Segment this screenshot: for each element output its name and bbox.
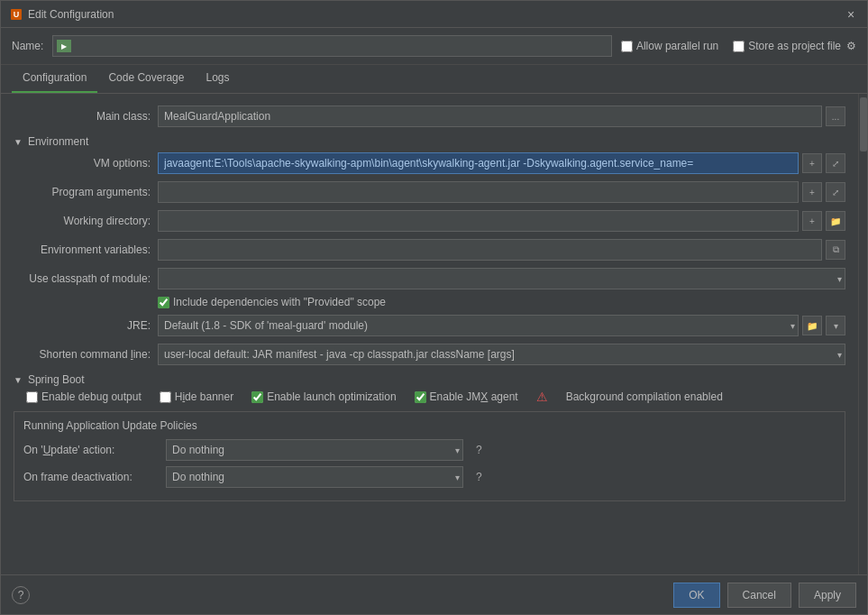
include-deps-checkbox[interactable]	[158, 297, 169, 308]
classpath-row: Use classpath of module: ▾	[14, 267, 845, 290]
tabs-bar: Configuration Code Coverage Logs	[1, 65, 867, 94]
hide-banner-checkbox[interactable]	[160, 391, 171, 403]
program-args-input[interactable]	[158, 181, 799, 203]
classpath-select[interactable]	[158, 268, 845, 289]
config-type-icon: ▶	[57, 40, 71, 52]
working-dir-row: Working directory: + 📁	[14, 209, 845, 233]
on-frame-select[interactable]: Do nothing Update classes and resources …	[166, 466, 463, 488]
enable-launch-opt-label[interactable]: Enable launch optimization	[251, 390, 396, 403]
on-frame-select-wrap: Do nothing Update classes and resources …	[166, 466, 463, 488]
ok-button[interactable]: OK	[673, 583, 719, 608]
enable-debug-output-label[interactable]: Enable debug output	[26, 390, 142, 403]
enable-jmx-label[interactable]: Enable JMX agent	[415, 390, 518, 403]
svg-text:▶: ▶	[61, 42, 68, 50]
spring-boot-header: ▼ Spring Boot	[14, 373, 845, 386]
environment-collapse-icon[interactable]: ▼	[14, 137, 23, 147]
classpath-control: ▾	[158, 268, 845, 289]
app-icon: U	[10, 8, 23, 21]
content-area: Main class: MealGuardApplication ... ▼ E…	[1, 94, 858, 574]
on-update-select[interactable]: Do nothing Update classes and resources …	[166, 439, 463, 461]
vm-options-control: javaagent:E:\Tools\apache-skywalking-apm…	[158, 152, 845, 174]
bottom-bar: ? OK Cancel Apply	[1, 574, 867, 614]
include-deps-row: Include dependencies with "Provided" sco…	[158, 296, 845, 308]
hide-banner-label[interactable]: Hide banner	[160, 390, 233, 403]
classpath-label: Use classpath of module:	[14, 272, 158, 285]
classpath-select-wrap: ▾	[158, 268, 845, 289]
shorten-cmd-select-wrap: user-local default: JAR manifest - java …	[158, 344, 845, 365]
scrollbar[interactable]	[858, 94, 867, 574]
env-vars-copy-btn[interactable]: ⧉	[826, 240, 845, 260]
jre-label: JRE:	[14, 319, 158, 332]
title-text: Edit Configuration	[28, 8, 114, 21]
allow-parallel-run-label[interactable]: Allow parallel run	[621, 40, 718, 52]
tab-configuration[interactable]: Configuration	[12, 64, 97, 93]
on-frame-help-icon[interactable]: ?	[476, 471, 482, 483]
program-args-expand-btn[interactable]: ⤢	[826, 182, 845, 202]
enable-debug-output-checkbox[interactable]	[26, 391, 38, 403]
shorten-cmd-select[interactable]: user-local default: JAR manifest - java …	[158, 344, 845, 365]
tab-code-coverage[interactable]: Code Coverage	[97, 64, 195, 93]
main-class-input[interactable]: MealGuardApplication	[158, 106, 822, 127]
vm-options-row: VM options: javaagent:E:\Tools\apache-sk…	[14, 151, 845, 175]
apply-button[interactable]: Apply	[799, 583, 856, 608]
svg-text:U: U	[14, 10, 20, 19]
program-args-label: Program arguments:	[14, 186, 158, 198]
jre-select-wrap: Default (1.8 - SDK of 'meal-guard' modul…	[158, 315, 799, 336]
on-frame-row: On frame deactivation: Do nothing Update…	[23, 466, 836, 488]
working-dir-label: Working directory:	[14, 215, 158, 227]
main-area: Main class: MealGuardApplication ... ▼ E…	[1, 94, 867, 574]
title-bar-left: U Edit Configuration	[10, 8, 114, 21]
dialog-window: U Edit Configuration × Name: ▶ Applicati…	[0, 0, 868, 615]
vm-options-input[interactable]: javaagent:E:\Tools\apache-skywalking-apm…	[158, 152, 799, 174]
main-class-label: Main class:	[14, 110, 158, 123]
vm-options-expand-btn[interactable]: ⤢	[826, 153, 845, 173]
working-dir-folder-btn[interactable]: 📁	[826, 211, 845, 231]
bottom-buttons: OK Cancel Apply	[673, 583, 856, 608]
cancel-button[interactable]: Cancel	[727, 583, 791, 608]
env-vars-input[interactable]	[158, 239, 822, 261]
help-button[interactable]: ?	[12, 586, 30, 604]
allow-parallel-run-checkbox[interactable]	[621, 41, 633, 52]
shorten-cmd-row: Shorten command line: user-local default…	[14, 343, 845, 366]
store-gear-icon: ⚙	[846, 40, 856, 52]
jre-dropdown-btn[interactable]: ▾	[826, 316, 845, 335]
warning-icon: ⚠	[536, 390, 548, 404]
working-dir-input[interactable]	[158, 210, 799, 232]
enable-jmx-checkbox[interactable]	[415, 391, 426, 403]
spring-boot-collapse-icon[interactable]: ▼	[14, 375, 23, 385]
vm-options-add-btn[interactable]: +	[802, 153, 822, 173]
spring-boot-section: ▼ Spring Boot Enable debug output Hide b…	[14, 373, 845, 501]
working-dir-add-btn[interactable]: +	[802, 211, 822, 231]
store-project-file-label[interactable]: Store as project file ⚙	[733, 40, 856, 52]
on-update-label: On 'Update' action:	[23, 444, 159, 456]
spring-boot-options: Enable debug output Hide banner Enable l…	[26, 390, 845, 404]
main-class-row: Main class: MealGuardApplication ...	[14, 105, 845, 128]
vm-options-label: VM options:	[14, 157, 158, 170]
background-compilation-text: Background compilation enabled	[566, 390, 723, 403]
main-class-browse-btn[interactable]: ...	[826, 106, 845, 126]
name-label: Name:	[12, 40, 43, 52]
tab-logs[interactable]: Logs	[195, 64, 240, 93]
program-args-add-btn[interactable]: +	[802, 182, 822, 202]
include-deps-label[interactable]: Include dependencies with "Provided" sco…	[158, 296, 845, 308]
jre-select[interactable]: Default (1.8 - SDK of 'meal-guard' modul…	[158, 315, 799, 336]
jre-row: JRE: Default (1.8 - SDK of 'meal-guard' …	[14, 314, 845, 337]
working-dir-control: + 📁	[158, 210, 845, 232]
on-frame-label: On frame deactivation:	[23, 471, 159, 483]
name-bar: Name: ▶ Application Allow parallel run S…	[1, 28, 867, 65]
name-input[interactable]: Application	[75, 40, 608, 52]
jre-folder-btn[interactable]: 📁	[802, 316, 822, 335]
scrollbar-thumb[interactable]	[860, 97, 867, 151]
environment-section-header: ▼ Environment	[14, 135, 845, 148]
program-args-row: Program arguments: + ⤢	[14, 180, 845, 204]
right-options: Allow parallel run Store as project file…	[621, 40, 856, 52]
env-vars-control: ⧉	[158, 239, 845, 261]
on-update-select-wrap: Do nothing Update classes and resources …	[166, 439, 463, 461]
jre-control: Default (1.8 - SDK of 'meal-guard' modul…	[158, 315, 845, 336]
on-update-help-icon[interactable]: ?	[476, 444, 482, 456]
enable-launch-opt-checkbox[interactable]	[251, 391, 263, 403]
store-project-file-checkbox[interactable]	[733, 41, 745, 52]
close-button[interactable]: ×	[844, 7, 858, 22]
running-policies-title: Running Application Update Policies	[23, 419, 836, 432]
program-args-control: + ⤢	[158, 181, 845, 203]
